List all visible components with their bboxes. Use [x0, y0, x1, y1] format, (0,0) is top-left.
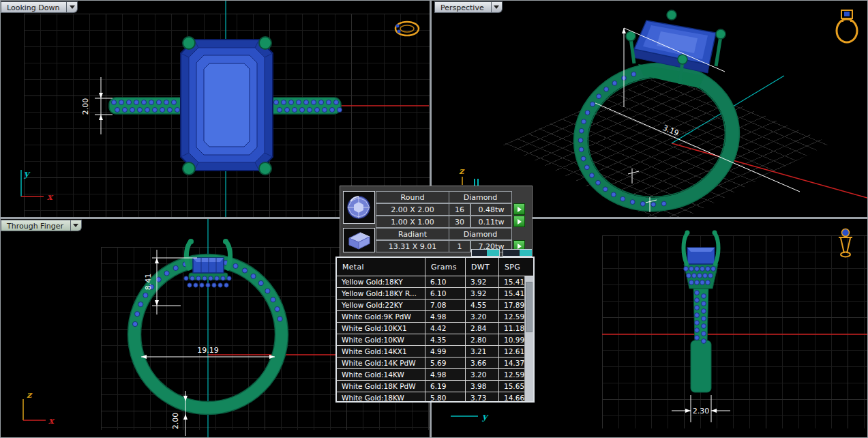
viewport-menu-button[interactable]: [71, 220, 82, 231]
svg-text:2.00: 2.00: [81, 98, 90, 115]
gem-total-weight: 0.48tw: [470, 203, 512, 216]
metal-cell: 3.98: [466, 381, 499, 392]
viewport-looking-down[interactable]: 2.00 y x Looking Down: [1, 1, 430, 217]
gem-count: 1: [449, 240, 470, 252]
axis-indicator: y: [451, 411, 489, 422]
expand-gem-row-button[interactable]: [513, 216, 525, 227]
metal-cell: 6.10: [425, 288, 466, 299]
shank-lower[interactable]: [691, 340, 711, 392]
svg-text:z: z: [459, 166, 465, 176]
viewport-title[interactable]: Looking Down: [1, 1, 67, 13]
gem-total-weight: 0.11tw: [470, 216, 512, 228]
viewport-tab: Perspective: [434, 1, 503, 13]
metal-cell: Yellow Gold:18KY R...: [337, 288, 425, 299]
viewport-menu-button[interactable]: [67, 1, 78, 13]
metal-cell: 3.21: [466, 346, 499, 357]
svg-text:8.41: 8.41: [144, 274, 153, 291]
metal-cell: 5.80: [425, 392, 466, 403]
metal-row[interactable]: Yellow Gold:22KY7.084.5517.89: [337, 300, 533, 311]
gem-shape-header: Radiant: [376, 228, 449, 240]
metal-cell: 4.99: [425, 346, 466, 357]
viewport-title[interactable]: Through Finger: [1, 220, 71, 231]
axis-indicator: z x: [23, 390, 55, 426]
svg-text:y: y: [481, 411, 489, 422]
metal-cell: 3.73: [466, 392, 499, 403]
viewport-title[interactable]: Perspective: [434, 1, 492, 13]
round-gem-icon: [343, 191, 375, 224]
dimension-shank-width[interactable]: 2.30: [672, 395, 730, 422]
chevron-down-icon: [73, 224, 78, 227]
metal-cell: White Gold:18K PdW: [337, 381, 425, 392]
column-header[interactable]: Grams: [425, 258, 466, 276]
prong[interactable]: [684, 234, 687, 264]
svg-text:z: z: [27, 390, 33, 400]
ring-3d-model[interactable]: [560, 10, 753, 217]
viewport-canvas: 3.19 z: [432, 1, 867, 217]
metal-row[interactable]: Yellow Gold:18KY R...6.103.9215.41: [337, 288, 533, 300]
ring-side-view[interactable]: [684, 231, 719, 393]
shank[interactable]: [568, 56, 745, 217]
viewport-perspective[interactable]: 3.19 z Perspective: [432, 1, 867, 217]
center-stone[interactable]: [181, 40, 273, 171]
gem-size: 1.00 X 1.00: [376, 216, 449, 228]
metal-row[interactable]: White Gold:10KX14.422.8411.18: [337, 323, 533, 334]
scrollbar[interactable]: [524, 276, 533, 401]
metal-cell: 3.92: [466, 288, 499, 299]
scrollbar-thumb[interactable]: [526, 282, 533, 332]
svg-text:19.19: 19.19: [197, 346, 219, 355]
column-header[interactable]: DWT: [466, 258, 499, 276]
metal-cell: 7.08: [425, 300, 466, 310]
ring-thumbnail-icon: [395, 22, 419, 35]
metal-cell: White Gold:18KW: [337, 392, 425, 403]
metal-cell: 3.66: [466, 357, 499, 368]
metal-cell: 5.69: [425, 357, 466, 368]
metal-cell: 2.84: [466, 323, 499, 334]
metal-row[interactable]: Yellow Gold:18KY6.103.9215.41: [337, 276, 533, 288]
metal-row[interactable]: White Gold:14K PdW5.693.6614.37: [337, 357, 533, 369]
gem-summary-panel: Round Diamond 2.00 X 2.00 16 0.48tw 1.00…: [340, 186, 533, 257]
svg-text:x: x: [47, 192, 54, 202]
metal-cell: 6.19: [425, 381, 466, 392]
metal-cell: White Gold:9K PdW: [337, 311, 425, 322]
viewport-canvas: 2.00 y x: [1, 1, 430, 217]
prong[interactable]: [227, 243, 230, 268]
metal-row[interactable]: White Gold:18KW5.803.7314.66: [337, 392, 533, 403]
radiant-gem-icon: [343, 228, 375, 252]
ring-top-view[interactable]: [109, 37, 342, 175]
clipped-button[interactable]: [471, 249, 500, 257]
dimension-band-width[interactable]: 2.00: [81, 77, 113, 134]
metal-cell: 3.92: [466, 276, 499, 287]
clipped-button[interactable]: [503, 249, 533, 257]
metal-row[interactable]: White Gold:10KW4.352.8010.99: [337, 334, 533, 346]
expand-gem-row-button[interactable]: [513, 203, 525, 215]
metal-cell: White Gold:10KX1: [337, 323, 425, 334]
metal-cell: 4.98: [425, 311, 466, 322]
metal-cell: 3.20: [466, 369, 499, 380]
metal-cell: 2.80: [466, 334, 499, 345]
metal-row[interactable]: White Gold:14KW4.983.2012.59: [337, 369, 533, 381]
gem-type-header: Diamond: [449, 191, 512, 203]
metal-cell: 6.10: [425, 276, 466, 287]
metal-cell: 4.42: [425, 323, 466, 334]
metal-cell: Yellow Gold:22KY: [337, 300, 425, 310]
metal-table-header: Metal Grams DWT SPG: [337, 258, 533, 276]
prong[interactable]: [715, 234, 719, 264]
metal-cell: 4.98: [425, 369, 466, 380]
metal-cell: 3.20: [466, 311, 499, 322]
metal-row[interactable]: White Gold:14KX14.993.2112.61: [337, 346, 533, 357]
prong[interactable]: [186, 243, 190, 268]
dimension-inner-diameter[interactable]: 19.19: [141, 346, 275, 359]
ring-thumbnail-icon: [839, 229, 852, 257]
axis-indicator: y x: [21, 169, 54, 202]
metal-weights-panel: Metal Grams DWT SPG Yellow Gold:18KY6.10…: [335, 257, 535, 403]
metal-row[interactable]: White Gold:9K PdW4.983.2012.59: [337, 311, 533, 323]
viewport-menu-button[interactable]: [492, 1, 503, 13]
metal-cell: White Gold:14K PdW: [337, 357, 425, 368]
metal-cell: 4.55: [466, 300, 499, 310]
column-header[interactable]: SPG: [499, 258, 533, 276]
svg-text:2.30: 2.30: [693, 407, 710, 415]
column-header[interactable]: Metal: [337, 258, 425, 276]
metal-cell: White Gold:14KW: [337, 369, 425, 380]
metal-row[interactable]: White Gold:18K PdW6.193.9815.65: [337, 381, 533, 392]
svg-text:y: y: [23, 169, 31, 179]
